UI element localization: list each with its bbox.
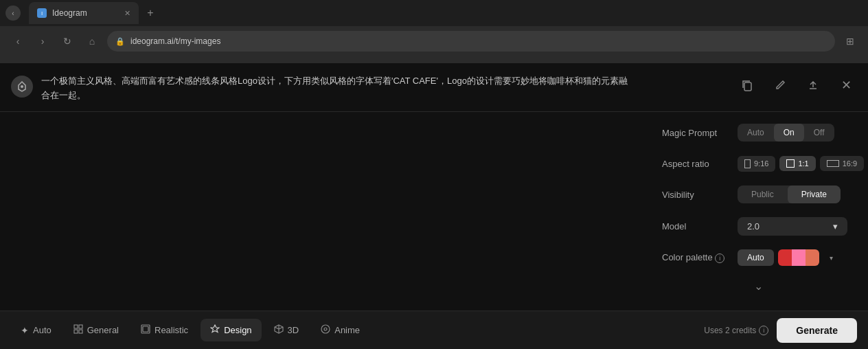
model-controls: 2.0 ▾	[738, 217, 854, 236]
style-tabs: ✦ Auto General	[11, 319, 704, 341]
prompt-text: 一个极简主义风格、高端而富有艺术感的线条风格Logo设计，下方用类似风格的字体写…	[41, 74, 632, 103]
aspect-169-btn[interactable]: 16:9	[820, 156, 864, 171]
style-tab-general[interactable]: General	[64, 319, 128, 341]
svg-point-8	[321, 325, 330, 333]
url-text: ideogram.ai/t/my-images	[130, 36, 220, 46]
svg-point-0	[21, 85, 23, 88]
aspect-169-icon	[827, 160, 839, 167]
copy-btn[interactable]	[736, 74, 758, 96]
palette-swatch[interactable]	[778, 249, 819, 266]
svg-rect-4	[74, 330, 78, 333]
magic-prompt-label: Magic Prompt	[662, 128, 738, 138]
3d-icon	[274, 324, 284, 336]
style-tab-auto[interactable]: ✦ Auto	[11, 319, 61, 341]
refresh-btn[interactable]: ↻	[58, 32, 77, 51]
aspect-916-label: 9:16	[754, 159, 768, 168]
svg-rect-3	[79, 325, 82, 328]
visibility-label: Visibility	[662, 190, 738, 200]
style-tab-design-label: Design	[224, 325, 251, 335]
lock-icon: 🔒	[115, 37, 125, 46]
magic-prompt-controls: Auto On Off	[738, 124, 854, 142]
prompt-area: 一个极简主义风格、高端而富有艺术感的线条风格Logo设计，下方用类似风格的字体写…	[0, 63, 868, 112]
browser-chrome: ‹ I Ideogram ✕ + ‹ › ↻ ⌂ 🔒 ideogram.ai/t…	[0, 0, 868, 63]
style-tab-anime-label: Anime	[334, 325, 360, 335]
style-tab-anime[interactable]: Anime	[311, 319, 369, 341]
aspect-ratio-controls: 9:16 1:1 16:9 ▾	[738, 155, 868, 172]
svg-rect-5	[79, 330, 82, 333]
style-tab-design[interactable]: Design	[201, 319, 261, 341]
ideogram-logo	[11, 76, 33, 98]
aspect-ratio-label: Aspect ratio	[662, 159, 738, 169]
tab-bar: ‹ I Ideogram ✕ +	[0, 0, 868, 26]
style-tab-3d[interactable]: 3D	[264, 319, 309, 341]
tab-close-btn[interactable]: ✕	[124, 9, 130, 18]
aspect-11-icon	[786, 159, 795, 168]
forward-btn[interactable]: ›	[33, 32, 52, 51]
realistic-icon	[141, 324, 150, 336]
palette-dropdown-btn[interactable]: ▾	[823, 249, 840, 266]
color-palette-info-icon: i	[715, 254, 724, 263]
aspect-916-btn[interactable]: 9:16	[738, 156, 775, 172]
aspect-916-icon	[744, 159, 751, 168]
close-btn[interactable]: ✕	[835, 74, 857, 96]
model-dropdown[interactable]: 2.0 ▾	[738, 217, 847, 236]
model-value: 2.0	[747, 221, 760, 232]
model-label: Model	[662, 221, 738, 232]
palette-controls: Auto ▾	[738, 249, 854, 266]
aspect-11-label: 1:1	[798, 159, 808, 168]
color-palette-label: Color palette i	[662, 252, 738, 263]
nav-bar: ‹ › ↻ ⌂ 🔒 ideogram.ai/t/my-images ⊞	[0, 26, 868, 56]
magic-prompt-toggle: Auto On Off	[738, 124, 834, 142]
tab-controls: ‹	[5, 5, 21, 21]
visibility-private[interactable]: Private	[788, 185, 841, 203]
anime-icon	[321, 324, 330, 336]
home-btn[interactable]: ⌂	[82, 32, 102, 51]
back-btn[interactable]: ‹	[8, 32, 27, 51]
design-icon	[210, 324, 220, 336]
style-tab-realistic[interactable]: Realistic	[131, 319, 198, 341]
tab-favicon: I	[37, 8, 47, 18]
color-palette-row: Color palette i Auto ▾	[662, 249, 854, 266]
bottom-toolbar: ✦ Auto General	[0, 311, 868, 349]
extensions-btn[interactable]: ⊞	[841, 32, 860, 51]
settings-panel: Magic Prompt Auto On Off Aspect ratio 9:…	[648, 118, 868, 298]
style-tab-3d-label: 3D	[288, 325, 299, 335]
style-tab-auto-label: Auto	[33, 325, 52, 335]
style-tab-general-label: General	[87, 325, 119, 335]
svg-rect-2	[74, 325, 78, 328]
general-icon	[73, 324, 83, 336]
magic-prompt-on[interactable]: On	[774, 124, 804, 142]
tab-back-btn[interactable]: ‹	[5, 5, 21, 21]
aspect-ratio-row: Aspect ratio 9:16 1:1 16:9 ▾	[662, 155, 854, 172]
credits-info: Uses 2 credits i	[704, 326, 768, 335]
expand-row: ⌄	[662, 280, 854, 293]
edit-btn[interactable]	[769, 74, 791, 96]
credits-text: Uses 2 credits	[704, 326, 756, 335]
tab-title: Ideogram	[52, 8, 87, 18]
model-chevron-icon: ▾	[833, 221, 838, 232]
expand-btn[interactable]: ⌄	[754, 280, 763, 293]
credits-info-icon: i	[759, 326, 768, 335]
magic-prompt-row: Magic Prompt Auto On Off	[662, 124, 854, 142]
auto-icon: ✦	[21, 325, 29, 336]
swatch-red	[778, 249, 792, 266]
visibility-row: Visibility Public Private	[662, 185, 854, 203]
style-tab-realistic-label: Realistic	[155, 325, 188, 335]
model-row: Model 2.0 ▾	[662, 217, 854, 236]
aspect-11-btn[interactable]: 1:1	[779, 156, 815, 171]
upload-btn[interactable]	[802, 74, 824, 96]
visibility-toggle: Public Private	[738, 185, 841, 203]
visibility-controls: Public Private	[738, 185, 854, 203]
svg-rect-7	[143, 326, 148, 332]
prompt-actions: ✕	[736, 74, 857, 96]
bottom-right: Uses 2 credits i Generate	[704, 318, 857, 343]
active-tab[interactable]: I Ideogram ✕	[29, 2, 139, 24]
generate-button[interactable]: Generate	[777, 318, 857, 343]
svg-rect-1	[744, 82, 751, 91]
new-tab-btn[interactable]: +	[141, 4, 159, 22]
magic-prompt-off[interactable]: Off	[804, 124, 834, 142]
magic-prompt-auto[interactable]: Auto	[738, 124, 774, 142]
visibility-public[interactable]: Public	[738, 185, 788, 203]
palette-auto-btn[interactable]: Auto	[738, 249, 774, 266]
address-bar[interactable]: 🔒 ideogram.ai/t/my-images	[107, 31, 835, 52]
